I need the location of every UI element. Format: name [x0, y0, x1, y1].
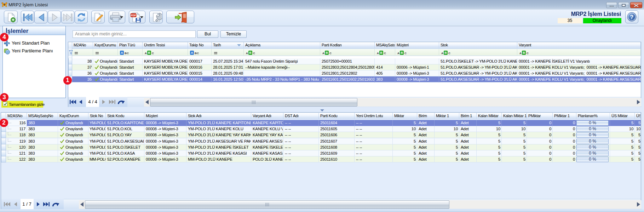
svg-text:PDF: PDF	[131, 14, 136, 17]
svg-text:?: ?	[630, 14, 634, 20]
